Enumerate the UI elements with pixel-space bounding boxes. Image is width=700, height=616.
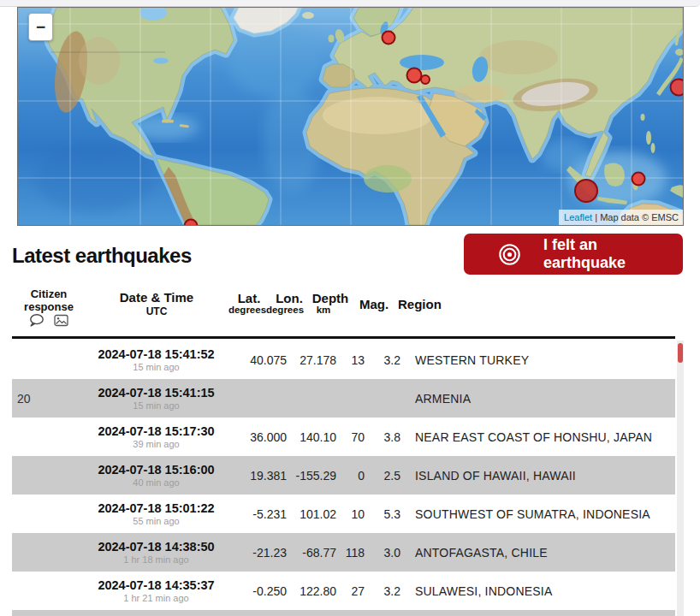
event-region: NEAR EAST COAST OF HONSHU, JAPAN (403, 430, 675, 444)
event-depth: 13 (336, 353, 369, 367)
event-depth: 0 (336, 469, 369, 483)
event-latitude: 40.075 (218, 353, 287, 367)
date-time-header: Date & Time (120, 290, 193, 305)
map-data-credit: Map data © EMSC (600, 212, 679, 222)
event-region: ANTOFAGASTA, CHILE (403, 546, 675, 560)
event-time-ago: 1 hr 18 min ago (94, 554, 218, 566)
seismic-rings-icon (498, 243, 521, 266)
earthquake-marker-sulawesi[interactable] (632, 173, 645, 186)
event-depth: 27 (336, 584, 369, 598)
event-latitude: 19.381 (218, 469, 287, 483)
event-datetime: 2024-07-18 14:38:50 (94, 540, 218, 554)
event-magnitude: 3.2 (369, 584, 403, 598)
event-longitude: 27.178 (287, 353, 336, 367)
i-felt-an-earthquake-button[interactable]: I felt an earthquake (464, 234, 683, 275)
lon-header: Lon. (276, 291, 303, 305)
table-row[interactable]: 2024-07-18 15:01:22 55 min ago -5.231 10… (12, 495, 675, 533)
citizen-response-count: 20 (12, 392, 86, 406)
event-time-ago: 1 hr 21 min ago (94, 593, 218, 604)
table-scrollbar-thumb[interactable] (678, 343, 683, 363)
citizen-response-header: Citizen (31, 287, 68, 300)
lat-header: Lat. (238, 291, 261, 305)
event-time-ago: 55 min ago (94, 516, 218, 527)
map-zoom-out-button[interactable]: − (28, 13, 53, 41)
table-row-partial (12, 610, 675, 616)
event-longitude: 101.02 (287, 507, 336, 521)
page-title: Latest earthquakes (12, 244, 192, 268)
table-scrollbar-track[interactable] (677, 341, 684, 616)
intensity-picture-icon (54, 314, 68, 331)
earthquake-marker-sw-sumatra[interactable] (575, 180, 597, 202)
world-map-canvas (18, 8, 683, 225)
table-row[interactable]: 20 2024-07-18 15:41:15 15 min ago ARMENI… (12, 379, 675, 418)
event-latitude: -5.231 (218, 507, 287, 521)
event-depth: 10 (336, 507, 369, 521)
region-header: Region (398, 297, 442, 311)
depth-header: Depth (312, 291, 349, 305)
event-datetime: 2024-07-18 15:17:30 (94, 424, 218, 439)
event-region: ARMENIA (403, 392, 675, 406)
event-datetime: 2024-07-18 15:01:22 (94, 501, 218, 516)
event-longitude: -68.77 (287, 546, 336, 560)
table-header-divider (12, 336, 675, 339)
event-time-ago: 39 min ago (94, 439, 218, 450)
event-time-ago: 15 min ago (94, 400, 218, 412)
felt-button-label: I felt an earthquake (543, 236, 683, 272)
event-region: SULAWESI, INDONESIA (403, 584, 675, 598)
earthquake-marker-honshu-japan[interactable] (671, 80, 684, 96)
event-depth: 70 (336, 430, 369, 444)
table-row[interactable]: 2024-07-18 15:17:30 39 min ago 36.000 14… (12, 418, 675, 456)
event-longitude: -155.29 (287, 469, 336, 483)
map-attribution: Leaflet | Map data © EMSC (559, 210, 683, 225)
event-datetime: 2024-07-18 15:41:15 (94, 386, 218, 400)
table-row[interactable]: 2024-07-18 15:41:52 15 min ago 40.075 27… (12, 341, 675, 379)
event-depth: 118 (336, 546, 369, 560)
table-row[interactable]: 2024-07-18 14:35:37 1 hr 21 min ago -0.2… (12, 572, 675, 610)
event-latitude: -0.250 (218, 584, 287, 598)
earthquake-marker-antofagasta[interactable] (185, 220, 198, 226)
event-longitude: 122.80 (287, 584, 336, 598)
earthquake-marker-western-turkey[interactable] (407, 68, 422, 83)
browser-top-strip (0, 0, 700, 7)
event-time-ago: 40 min ago (94, 477, 218, 489)
table-row[interactable]: 2024-07-18 14:38:50 1 hr 18 min ago -21.… (12, 533, 675, 572)
event-region: SOUTHWEST OF SUMATRA, INDONESIA (403, 507, 675, 521)
table-row[interactable]: 2024-07-18 15:16:00 40 min ago 19.381 -1… (12, 456, 675, 495)
earthquake-marker-turkey-2[interactable] (421, 75, 430, 84)
comment-bubble-icon (29, 314, 44, 331)
earthquake-marker-central-europe[interactable] (383, 32, 395, 44)
event-latitude: -21.23 (218, 546, 287, 560)
event-datetime: 2024-07-18 15:16:00 (94, 463, 218, 477)
event-magnitude: 3.2 (369, 353, 403, 367)
leaflet-link[interactable]: Leaflet (564, 212, 592, 222)
world-map[interactable]: − Leaflet | Map data © EMSC (17, 7, 684, 226)
event-magnitude: 5.3 (369, 507, 403, 521)
event-longitude: 140.10 (287, 430, 336, 444)
event-region: ISLAND OF HAWAII, HAWAII (403, 469, 675, 483)
event-magnitude: 2.5 (369, 469, 403, 483)
event-time-ago: 15 min ago (94, 362, 218, 373)
event-region: WESTERN TURKEY (403, 353, 675, 367)
table-header: Citizen response Date & Time UTC Lat. de… (0, 282, 700, 334)
event-magnitude: 3.8 (369, 430, 403, 444)
event-datetime: 2024-07-18 15:41:52 (94, 347, 218, 362)
event-magnitude: 3.0 (369, 546, 403, 560)
event-latitude: 36.000 (218, 430, 287, 444)
attribution-separator: | (592, 212, 600, 222)
magnitude-header: Mag. (359, 297, 389, 311)
earthquake-table: 2024-07-18 15:41:52 15 min ago 40.075 27… (12, 341, 675, 616)
event-datetime: 2024-07-18 14:35:37 (94, 578, 218, 593)
